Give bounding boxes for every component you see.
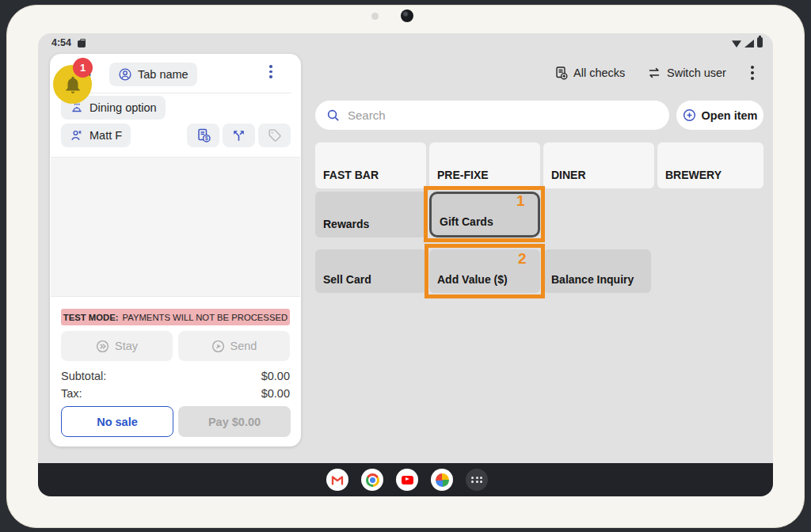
chrome-wheel bbox=[366, 473, 379, 487]
youtube-play-glyph bbox=[402, 476, 413, 484]
all-apps-button[interactable] bbox=[466, 469, 488, 491]
tab-name-chip[interactable]: Tab name bbox=[109, 63, 197, 86]
person-circle-icon bbox=[118, 67, 132, 82]
pay-button[interactable]: Pay $0.00 bbox=[178, 406, 291, 437]
server-person-icon bbox=[70, 128, 84, 142]
balance-inquiry-button[interactable]: Balance Inquiry bbox=[543, 249, 651, 293]
chrome-icon[interactable] bbox=[361, 469, 383, 491]
open-item-button[interactable]: Open item bbox=[676, 101, 763, 130]
stay-button[interactable]: Stay bbox=[61, 331, 173, 361]
divider bbox=[59, 93, 291, 93]
switch-user-label: Switch user bbox=[667, 66, 726, 79]
signal-icon bbox=[744, 40, 754, 48]
subtotal-label: Subtotal: bbox=[61, 370, 106, 382]
stay-icon bbox=[96, 340, 109, 353]
switch-user-button[interactable]: Switch user bbox=[647, 64, 726, 82]
svg-text:$: $ bbox=[204, 135, 208, 142]
screenshot-root: 4:54 6 1 Tab name bbox=[0, 0, 811, 532]
server-chip[interactable]: Matt F bbox=[61, 124, 131, 147]
switch-user-icon bbox=[647, 66, 661, 80]
test-mode-message: PAYMENTS WILL NOT BE PROCESSED bbox=[123, 313, 288, 322]
tag-icon bbox=[268, 128, 282, 142]
subtotal-value: $0.00 bbox=[261, 370, 290, 382]
gift-cards-button[interactable]: Gift Cards bbox=[429, 192, 540, 238]
overflow-menu-button[interactable] bbox=[747, 62, 758, 84]
test-mode-label: TEST MODE: bbox=[63, 313, 119, 322]
search-input[interactable] bbox=[348, 108, 658, 122]
search-bar bbox=[315, 101, 669, 130]
plus-circle-icon bbox=[683, 108, 696, 122]
category-diner[interactable]: DINER bbox=[543, 142, 654, 188]
work-profile-icon bbox=[78, 40, 86, 48]
open-item-label: Open item bbox=[702, 109, 758, 122]
status-icons bbox=[732, 39, 763, 48]
all-checks-label: All checks bbox=[573, 66, 625, 79]
category-fast-bar[interactable]: FAST BAR bbox=[315, 142, 426, 188]
stay-label: Stay bbox=[115, 340, 138, 352]
subtotal-row: Subtotal: $0.00 bbox=[61, 370, 290, 382]
add-value-button[interactable]: Add Value ($) bbox=[429, 249, 540, 293]
youtube-icon[interactable] bbox=[396, 469, 418, 491]
test-mode-banner: TEST MODE: PAYMENTS WILL NOT BE PROCESSE… bbox=[61, 309, 290, 325]
check-panel: 6 1 Tab name bbox=[50, 54, 301, 446]
apps-grid-glyph bbox=[471, 477, 482, 484]
split-check-button[interactable] bbox=[223, 124, 255, 147]
search-icon bbox=[326, 108, 340, 122]
battery-icon bbox=[757, 37, 763, 48]
send-button[interactable]: Send bbox=[178, 331, 290, 361]
receipt-dollar-icon: $ bbox=[196, 127, 211, 143]
discount-tag-button[interactable] bbox=[258, 124, 291, 147]
sell-card-button[interactable]: Sell Card bbox=[315, 249, 426, 293]
tax-row: Tax: $0.00 bbox=[61, 387, 290, 400]
front-camera bbox=[401, 10, 413, 22]
check-menu-button[interactable] bbox=[265, 61, 276, 82]
server-name-label: Matt F bbox=[89, 129, 122, 142]
send-label: Send bbox=[230, 340, 257, 352]
dining-option-label: Dining option bbox=[89, 101, 157, 114]
check-receipt-button[interactable]: $ bbox=[187, 124, 219, 147]
google-photos-icon[interactable] bbox=[431, 469, 453, 491]
tab-name-label: Tab name bbox=[138, 68, 188, 81]
tax-label: Tax: bbox=[61, 387, 82, 400]
status-time: 4:54 bbox=[51, 37, 71, 48]
dock-icons bbox=[326, 469, 488, 491]
tax-value: $0.00 bbox=[261, 387, 290, 400]
photos-pinwheel bbox=[436, 473, 449, 487]
no-sale-button[interactable]: No sale bbox=[61, 406, 173, 437]
send-icon bbox=[211, 340, 225, 353]
notification-badge: 1 bbox=[73, 58, 93, 78]
wifi-icon bbox=[732, 40, 741, 48]
split-icon bbox=[231, 128, 246, 143]
gmail-icon[interactable] bbox=[326, 469, 348, 491]
gmail-m-glyph bbox=[331, 475, 344, 485]
rewards-button[interactable]: Rewards bbox=[315, 192, 426, 238]
all-checks-button[interactable]: All checks bbox=[554, 64, 625, 82]
camera-dot bbox=[371, 13, 379, 20]
tablet-screen: 4:54 6 1 Tab name bbox=[38, 33, 773, 496]
category-brewery[interactable]: BREWERY bbox=[657, 142, 763, 188]
category-pre-fixe[interactable]: PRE-FIXE bbox=[429, 142, 540, 188]
all-checks-icon bbox=[554, 66, 568, 80]
check-items-area bbox=[51, 157, 300, 297]
